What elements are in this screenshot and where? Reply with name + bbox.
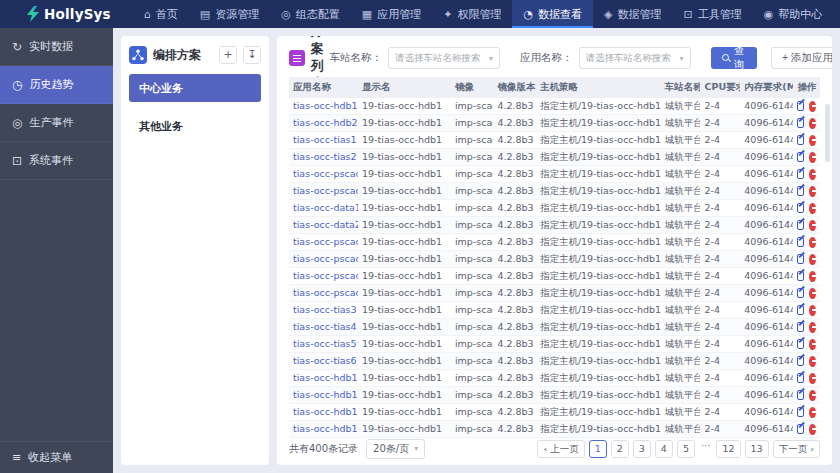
delete-icon[interactable] [809, 407, 816, 418]
app-name-link[interactable]: tias-occ-data2 [293, 219, 358, 230]
cell-version: 4.2.8b3 [493, 421, 535, 438]
app-name-link[interactable]: tias-occ-pscada4 [293, 253, 358, 264]
app-name-link[interactable]: tias-occ-tias1 [293, 134, 357, 145]
plan-item-other-business[interactable]: 其他业务 [129, 112, 261, 140]
delete-icon[interactable] [809, 373, 816, 384]
delete-icon[interactable] [809, 305, 816, 316]
sidebar-item-history-trend[interactable]: ◷历史趋势 [0, 66, 113, 104]
add-app-config-button[interactable]: + 添加应用配置 [771, 47, 832, 69]
edit-icon[interactable] [797, 203, 804, 213]
edit-icon[interactable] [797, 373, 804, 383]
page-button-3[interactable]: 3 [633, 440, 651, 458]
nav-item-home[interactable]: ⌂首页 [133, 0, 189, 28]
delete-icon[interactable] [809, 288, 816, 299]
app-name-link[interactable]: tias-occ-hdb2 [293, 117, 358, 128]
app-name-link[interactable]: tias-occ-tias4 [293, 321, 357, 332]
nav-item-more[interactable]: ⊕更多▾ [833, 0, 840, 28]
edit-icon[interactable] [797, 356, 804, 366]
edit-icon[interactable] [797, 186, 804, 196]
edit-icon[interactable] [797, 237, 804, 247]
nav-item-apps[interactable]: ▦应用管理 [351, 0, 432, 28]
nav-item-help[interactable]: ◉帮助中心 [753, 0, 834, 28]
delete-icon[interactable] [809, 118, 816, 129]
delete-icon[interactable] [809, 203, 816, 214]
delete-icon[interactable] [809, 271, 816, 282]
cell-actions [793, 234, 820, 251]
app-name-link[interactable]: tias-occ-pscada1 [293, 185, 358, 196]
edit-icon[interactable] [797, 305, 804, 315]
delete-icon[interactable] [809, 322, 816, 333]
nav-item-resources[interactable]: ▤资源管理 [189, 0, 270, 28]
nav-item-config[interactable]: ◎组态配置 [270, 0, 351, 28]
app-name-link[interactable]: tias-occ-hdb1 [293, 423, 358, 434]
delete-icon[interactable] [809, 339, 816, 350]
edit-icon[interactable] [797, 135, 804, 145]
delete-icon[interactable] [809, 186, 816, 197]
edit-icon[interactable] [797, 254, 804, 264]
delete-icon[interactable] [809, 254, 816, 265]
page-ellipsis[interactable]: ··· [699, 440, 713, 458]
edit-icon[interactable] [797, 288, 804, 298]
app-name-link[interactable]: tias-occ-pscada3 [293, 236, 358, 247]
collapse-menu-button[interactable]: ≡ 收起菜单 [0, 441, 113, 473]
page-button-2[interactable]: 2 [611, 440, 629, 458]
table-scrollbar[interactable] [825, 104, 830, 162]
edit-icon[interactable] [797, 220, 804, 230]
plan-item-center-business[interactable]: 中心业务 [129, 74, 261, 102]
edit-icon[interactable] [797, 271, 804, 281]
cell-mem: 4096-6144 [740, 370, 793, 387]
sidebar-item-realtime-data[interactable]: ↻实时数据 [0, 28, 113, 66]
delete-icon[interactable] [809, 169, 816, 180]
page-size-select[interactable]: 20条/页 ▾ [366, 439, 425, 459]
app-name-link[interactable]: tias-occ-hdb1 [293, 389, 358, 400]
edit-icon[interactable] [797, 339, 804, 349]
app-name-link[interactable]: tias-occ-tias5 [293, 338, 357, 349]
nav-item-tools[interactable]: ⊡工具管理 [673, 0, 753, 28]
cell-host: 指定主机/19-tias-occ-hdb1 [536, 115, 661, 132]
station-select[interactable]: 请选择车站名称搜索 ▾ [388, 47, 500, 69]
app-name-link[interactable]: tias-occ-tias2 [293, 151, 357, 162]
page-button-5[interactable]: 5 [677, 440, 695, 458]
delete-icon[interactable] [809, 356, 816, 367]
nav-item-data-manage[interactable]: ◈数据管理 [593, 0, 672, 28]
delete-icon[interactable] [809, 101, 816, 112]
edit-icon[interactable] [797, 407, 804, 417]
delete-icon[interactable] [809, 152, 816, 163]
sidebar-item-production-events[interactable]: ◎生产事件 [0, 104, 113, 142]
cell-cpu: 2-4 [700, 387, 740, 404]
app-name-link[interactable]: tias-occ-hdb1 [293, 100, 358, 111]
sidebar-item-system-events[interactable]: ⊡系统事件 [0, 142, 113, 180]
download-plan-button[interactable]: ↧ [243, 46, 261, 64]
app-name-link[interactable]: tias-occ-hdb1 [293, 406, 358, 417]
edit-icon[interactable] [797, 390, 804, 400]
page-button-12[interactable]: 12 [716, 440, 740, 458]
delete-icon[interactable] [809, 424, 816, 435]
app-name-link[interactable]: tias-occ-data1 [293, 202, 358, 213]
edit-icon[interactable] [797, 322, 804, 332]
delete-icon[interactable] [809, 135, 816, 146]
app-name-link[interactable]: tias-occ-pscada1 [293, 168, 358, 179]
app-select[interactable]: 请选择车站名称搜索 ▾ [579, 47, 691, 69]
add-plan-button[interactable]: + [219, 46, 237, 64]
search-button[interactable]: 查询 [711, 47, 758, 69]
edit-icon[interactable] [797, 169, 804, 179]
edit-icon[interactable] [797, 101, 804, 111]
prev-page-button[interactable]: ‹ 上一页 [537, 440, 584, 458]
page-button-4[interactable]: 4 [655, 440, 673, 458]
delete-icon[interactable] [809, 390, 816, 401]
edit-icon[interactable] [797, 152, 804, 162]
page-button-13[interactable]: 13 [745, 440, 769, 458]
app-name-link[interactable]: tias-occ-pscada6 [293, 287, 358, 298]
nav-item-data-view[interactable]: ◔数据查看 [512, 0, 593, 28]
app-name-link[interactable]: tias-occ-tias3 [293, 304, 357, 315]
page-button-1[interactable]: 1 [589, 440, 607, 458]
edit-icon[interactable] [797, 424, 804, 434]
edit-icon[interactable] [797, 118, 804, 128]
delete-icon[interactable] [809, 220, 816, 231]
app-name-link[interactable]: tias-occ-hdb1 [293, 372, 358, 383]
delete-icon[interactable] [809, 237, 816, 248]
next-page-button[interactable]: 下一页 › [773, 440, 820, 458]
app-name-link[interactable]: tias-occ-pscada5 [293, 270, 358, 281]
app-name-link[interactable]: tias-occ-tias6 [293, 355, 357, 366]
nav-item-permissions[interactable]: ✦权限管理 [432, 0, 512, 28]
